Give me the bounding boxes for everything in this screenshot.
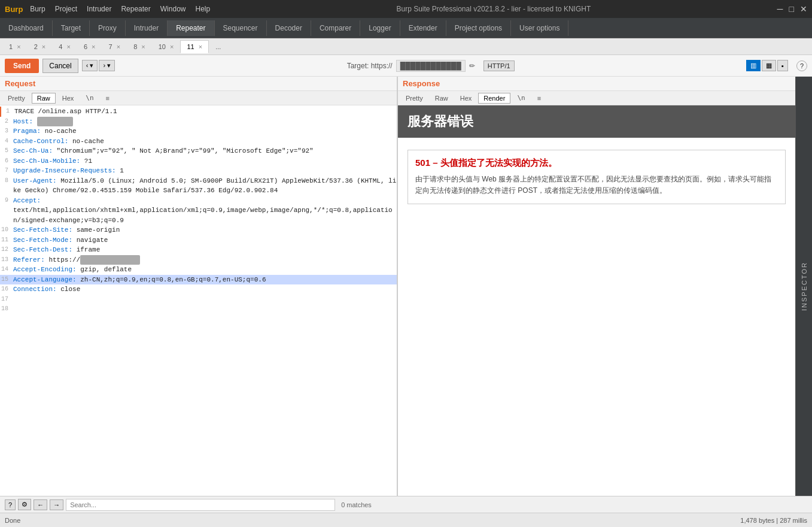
- http-version[interactable]: HTTP/1: [483, 60, 515, 71]
- req-fmt-hex[interactable]: Hex: [57, 93, 80, 104]
- req-fmt-pretty[interactable]: Pretty: [2, 93, 31, 104]
- tab-comparer[interactable]: Comparer: [311, 20, 360, 36]
- code-line-13: 13 Referer: https://██: [0, 255, 397, 265]
- maximize-button[interactable]: □: [789, 4, 794, 14]
- code-line-16: 16 Connection: close: [0, 284, 397, 295]
- res-fmt-hex[interactable]: Hex: [455, 93, 478, 104]
- menu-repeater[interactable]: Repeater: [121, 5, 150, 13]
- request-content[interactable]: 1 TRACE /online.asp HTTP/1.1 2 Host: ██ …: [0, 105, 397, 496]
- tab-proxy[interactable]: Proxy: [90, 20, 126, 36]
- response-panel: Response Pretty Raw Hex Render \n ≡ 服务器错…: [398, 77, 795, 496]
- menu-window[interactable]: Window: [160, 5, 186, 13]
- response-title: Response: [398, 77, 795, 91]
- res-fmt-raw[interactable]: Raw: [430, 93, 454, 104]
- req-tab-10[interactable]: 10 ×: [152, 40, 181, 53]
- code-line-2: 2 Host: ██: [0, 117, 397, 127]
- req-tab-1[interactable]: 1 ×: [2, 40, 28, 53]
- req-tab-8[interactable]: 8 ×: [127, 40, 152, 53]
- tab-target[interactable]: Target: [53, 20, 90, 36]
- code-line-14: 14 Accept-Encoding: gzip, deflate: [0, 265, 397, 275]
- res-fmt-pretty[interactable]: Pretty: [400, 93, 428, 104]
- bottom-bar: ? ⚙ ← → 0 matches: [0, 496, 812, 513]
- status-left: Done: [5, 517, 20, 524]
- burp-logo: Burp: [5, 5, 23, 14]
- response-header-bar: 服务器错误: [398, 105, 795, 138]
- error-box: 501 – 头值指定了无法实现的方法。 由于请求中的头值与 Web 服务器上的特…: [407, 150, 786, 204]
- tab-user-options[interactable]: User options: [511, 20, 568, 36]
- request-panel: Request Pretty Raw Hex \n ≡ 1 TRACE /onl…: [0, 77, 398, 496]
- menu-burp[interactable]: Burp: [30, 5, 45, 13]
- code-line-1: 1 TRACE /online.asp HTTP/1.1: [0, 107, 397, 117]
- req-fmt-raw[interactable]: Raw: [32, 93, 56, 104]
- error-desc: 由于请求中的头值与 Web 服务器上的特定配置设置不匹配，因此无法显示您要查找的…: [415, 174, 778, 196]
- req-tab-11[interactable]: 11 ×: [180, 40, 209, 53]
- error-title: 501 – 头值指定了无法实现的方法。: [415, 158, 778, 169]
- next-button[interactable]: › ▾: [99, 60, 115, 71]
- req-tab-4[interactable]: 4 ×: [52, 40, 77, 53]
- req-tab-more[interactable]: ...: [209, 40, 227, 53]
- window-controls: ─ □ ✕: [777, 4, 807, 14]
- bottom-back-icon[interactable]: ←: [34, 499, 47, 510]
- edit-target-icon[interactable]: ✏: [469, 62, 475, 70]
- nav-tabs: Dashboard Target Proxy Intruder Repeater…: [0, 18, 812, 38]
- tab-dashboard[interactable]: Dashboard: [0, 20, 53, 36]
- request-tabs: 1 × 2 × 4 × 6 × 7 × 8 × 10 × 11 × ...: [0, 38, 812, 55]
- tab-project-options[interactable]: Project options: [446, 20, 511, 36]
- code-line-7: 7 Upgrade-Insecure-Requests: 1: [0, 166, 397, 176]
- request-title: Request: [0, 77, 397, 91]
- view-toggle-split-horiz[interactable]: ▥: [746, 60, 761, 71]
- code-line-6: 6 Sec-Ch-Ua-Mobile: ?1: [0, 156, 397, 166]
- req-fmt-ln[interactable]: \n: [80, 92, 99, 104]
- req-tab-6[interactable]: 6 ×: [77, 40, 102, 53]
- code-line-5: 5 Sec-Ch-Ua: "Chromium";v="92", " Not A;…: [0, 146, 397, 156]
- menu-help[interactable]: Help: [195, 5, 210, 13]
- res-fmt-menu[interactable]: ≡: [532, 93, 546, 104]
- view-toggle-split-vert[interactable]: ▦: [762, 60, 776, 71]
- code-line-12: 12 Sec-Fetch-Dest: iframe: [0, 245, 397, 255]
- cancel-button[interactable]: Cancel: [42, 59, 78, 73]
- statusbar: Done 1,478 bytes | 287 millis: [0, 513, 812, 527]
- code-line-15: 15 Accept-Language: zh-CN,zh;q=0.9,en;q=…: [0, 275, 397, 285]
- res-fmt-ln[interactable]: \n: [512, 92, 530, 104]
- code-line-4: 4 Cache-Control: no-cache: [0, 137, 397, 147]
- tab-repeater[interactable]: Repeater: [168, 20, 214, 36]
- target-label: Target: https://: [347, 62, 393, 70]
- search-input[interactable]: [66, 499, 335, 511]
- view-toggle-single[interactable]: ▪: [777, 60, 788, 71]
- res-fmt-render[interactable]: Render: [478, 93, 510, 104]
- menu-bar: Burp Project Intruder Repeater Window He…: [30, 5, 210, 13]
- bottom-settings-icon[interactable]: ⚙: [18, 499, 31, 510]
- response-format-tabs: Pretty Raw Hex Render \n ≡: [398, 91, 795, 105]
- request-format-tabs: Pretty Raw Hex \n ≡: [0, 91, 397, 105]
- code-line-18: 18: [0, 304, 397, 314]
- req-fmt-menu[interactable]: ≡: [101, 93, 115, 104]
- menu-project[interactable]: Project: [55, 5, 77, 13]
- tab-intruder[interactable]: Intruder: [126, 20, 168, 36]
- toolbar: Send Cancel ‹ ▾ › ▾ Target: https:// ███…: [0, 55, 812, 77]
- code-line-11: 11 Sec-Fetch-Mode: navigate: [0, 235, 397, 246]
- nav-arrows: ‹ ▾ › ▾: [82, 60, 115, 71]
- code-line-17: 17: [0, 295, 397, 304]
- title-left: Burp Burp Project Intruder Repeater Wind…: [5, 5, 210, 14]
- prev-button[interactable]: ‹ ▾: [82, 60, 98, 71]
- tab-sequencer[interactable]: Sequencer: [215, 20, 267, 36]
- req-tab-2[interactable]: 2 ×: [28, 40, 53, 53]
- send-button[interactable]: Send: [5, 59, 39, 73]
- app-title: Burp Suite Professional v2021.8.2 - lier…: [396, 5, 591, 13]
- close-button[interactable]: ✕: [800, 4, 807, 14]
- code-line-9: 9 Accept:: [0, 196, 397, 206]
- inspector-label: INSPECTOR: [801, 262, 808, 311]
- req-tab-7[interactable]: 7 ×: [102, 40, 127, 53]
- minimize-button[interactable]: ─: [777, 4, 783, 14]
- bottom-forward-icon[interactable]: →: [50, 499, 63, 510]
- tab-decoder[interactable]: Decoder: [267, 20, 311, 36]
- tab-extender[interactable]: Extender: [400, 20, 446, 36]
- tab-logger[interactable]: Logger: [360, 20, 400, 36]
- code-line-3: 3 Pragma: no-cache: [0, 126, 397, 137]
- help-icon[interactable]: ?: [796, 60, 807, 71]
- bottom-help-icon[interactable]: ?: [5, 499, 16, 510]
- inspector-panel[interactable]: INSPECTOR: [795, 77, 812, 496]
- target-url: ████████████: [396, 60, 466, 72]
- menu-intruder[interactable]: Intruder: [87, 5, 111, 13]
- titlebar: Burp Burp Project Intruder Repeater Wind…: [0, 0, 812, 18]
